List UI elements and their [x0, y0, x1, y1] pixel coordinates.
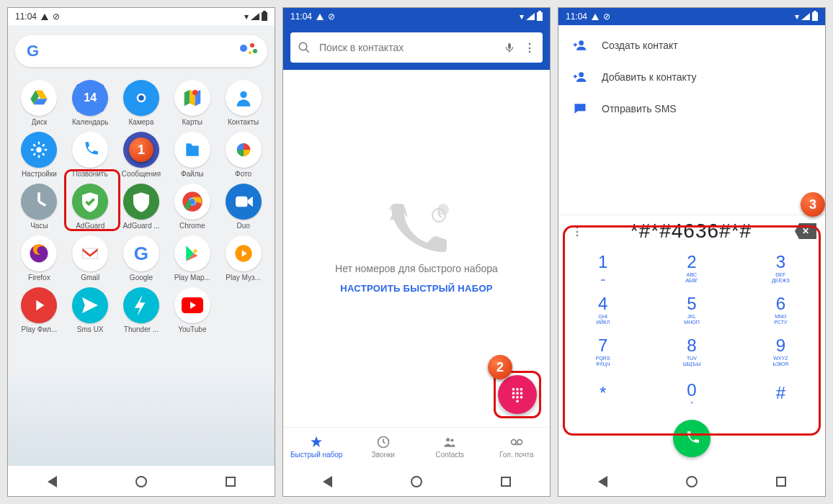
- google-logo: G: [27, 42, 39, 60]
- status-time: 11:04: [290, 12, 312, 22]
- nav-home[interactable]: [686, 476, 698, 487]
- android-navbar: [283, 466, 550, 496]
- bottom-tabs: Быстрый набор Звонки Contacts Гол. почта: [283, 427, 550, 466]
- app-Play Муз...[interactable]: Play Муз...: [219, 235, 267, 282]
- app-Sms UX[interactable]: Sms UX: [66, 287, 115, 333]
- speed-dial-body: Нет номеров для быстрого набора НАСТРОИТ…: [283, 70, 550, 427]
- overflow-icon[interactable]: ⋮: [524, 41, 535, 55]
- app-Настройки[interactable]: Настройки: [15, 132, 63, 178]
- tab-calls[interactable]: Звонки: [350, 428, 417, 466]
- nodist-icon: ⊘: [603, 12, 610, 22]
- app-Камера[interactable]: Камера: [117, 80, 166, 126]
- app-Chrome[interactable]: Chrome: [168, 184, 216, 230]
- app-Часы[interactable]: Часы: [15, 184, 63, 230]
- wifi-icon: ▾: [244, 12, 249, 22]
- app-Play Фил...[interactable]: Play Фил...: [15, 287, 63, 333]
- create-contact[interactable]: Создать контакт: [558, 30, 825, 61]
- nav-home[interactable]: [135, 476, 147, 487]
- status-bar: 11:04⊘ ▾: [283, 8, 550, 25]
- setup-speed-dial-link[interactable]: НАСТРОИТЬ БЫСТРЫЙ НАБОР: [340, 283, 493, 294]
- warn-icon: [41, 14, 48, 20]
- battery-icon: [812, 12, 818, 21]
- search-icon: [298, 41, 311, 54]
- app-AdGuard ...[interactable]: AdGuard ...: [117, 184, 166, 230]
- svg-point-6: [37, 147, 43, 153]
- svg-point-3: [192, 90, 198, 96]
- add-to-contact[interactable]: Добавить к контакту: [558, 61, 825, 93]
- svg-point-4: [240, 91, 246, 98]
- svg-point-43: [446, 438, 450, 441]
- app-Фото[interactable]: Фото: [219, 132, 267, 178]
- empty-title: Нет номеров для быстрого набора: [335, 263, 498, 274]
- status-time: 11:04: [566, 12, 587, 22]
- svg-line-26: [306, 49, 309, 53]
- send-sms[interactable]: Отправить SMS: [558, 93, 825, 125]
- nav-recent[interactable]: [776, 477, 786, 487]
- app-Firefox[interactable]: Firefox: [15, 235, 63, 282]
- contacts-search[interactable]: Поиск в контактах ⋮: [290, 32, 543, 63]
- mic-icon[interactable]: [504, 42, 515, 53]
- svg-rect-17: [236, 197, 248, 207]
- tab-contacts[interactable]: Contacts: [416, 428, 484, 466]
- warn-icon: [592, 14, 599, 20]
- app-YouTube[interactable]: YouTube: [168, 287, 216, 333]
- tab-speed-dial[interactable]: Быстрый набор: [283, 428, 350, 466]
- app-Play Мар...[interactable]: Play Мар...: [168, 235, 216, 282]
- app-Контакты[interactable]: Контакты: [219, 80, 267, 126]
- app-Карты[interactable]: Карты: [168, 80, 216, 126]
- step-badge-2: 2: [488, 355, 512, 379]
- battery-icon: [262, 12, 267, 21]
- phone-dialer-empty: 11:04⊘ ▾ Поиск в контактах ⋮ Нет номеров…: [282, 7, 551, 497]
- app-Gmail[interactable]: Gmail: [66, 235, 115, 282]
- tab-voicemail[interactable]: Гол. почта: [484, 428, 551, 466]
- phone-dialpad-screen: 11:04⊘ ▾ Создать контакт Добавить к конт…: [558, 7, 826, 497]
- app-Календарь[interactable]: 14Календарь: [66, 80, 115, 126]
- nav-back[interactable]: [48, 476, 57, 487]
- nav-back[interactable]: [598, 476, 607, 487]
- svg-rect-27: [508, 43, 511, 49]
- wifi-icon: ▾: [520, 12, 524, 22]
- svg-line-31: [439, 215, 442, 217]
- home-body: G Диск14КалендарьКамераКартыКонтактыНаст…: [8, 25, 275, 466]
- svg-point-49: [579, 72, 584, 77]
- nav-home[interactable]: [411, 476, 422, 487]
- battery-icon: [537, 12, 543, 21]
- signal-icon: [801, 13, 810, 20]
- highlight-dialpad: [563, 225, 821, 436]
- app-Google[interactable]: GGoogle: [117, 235, 166, 282]
- signal-icon: [251, 13, 259, 20]
- android-navbar: [8, 466, 275, 496]
- nodist-icon: ⊘: [53, 12, 60, 22]
- empty-phone-icon: [384, 204, 449, 254]
- google-search-bar[interactable]: G: [15, 35, 267, 67]
- svg-point-2: [138, 95, 144, 101]
- svg-point-25: [299, 42, 307, 50]
- dialer-actions: Создать контакт Добавить к контакту Отпр…: [558, 25, 825, 129]
- svg-point-48: [579, 40, 584, 45]
- step-badge-1: 1: [129, 138, 153, 162]
- nav-recent[interactable]: [226, 477, 236, 487]
- app-grid: Диск14КалендарьКамераКартыКонтактыНастро…: [15, 80, 267, 333]
- warn-icon: [316, 14, 324, 20]
- svg-point-44: [451, 438, 454, 441]
- app-Диск[interactable]: Диск: [15, 80, 63, 126]
- app-Duo[interactable]: Duo: [219, 184, 267, 230]
- wifi-icon: ▾: [795, 12, 799, 22]
- svg-point-45: [511, 440, 516, 445]
- app-Thunder ...[interactable]: Thunder ...: [117, 287, 166, 333]
- search-placeholder: Поиск в контактах: [319, 42, 495, 53]
- android-navbar: [558, 466, 825, 496]
- nav-back[interactable]: [323, 476, 332, 487]
- status-time: 11:04: [15, 12, 37, 22]
- step-badge-3: 3: [801, 192, 825, 217]
- status-bar: 11:04⊘ ▾: [8, 8, 275, 25]
- highlight-phone-app: [64, 169, 120, 231]
- nav-recent[interactable]: [501, 477, 511, 487]
- search-header: Поиск в контактах ⋮: [283, 25, 550, 70]
- nodist-icon: ⊘: [328, 12, 335, 22]
- assistant-icon[interactable]: [240, 43, 256, 59]
- app-Файлы[interactable]: Файлы: [168, 132, 216, 178]
- svg-rect-19: [83, 248, 98, 258]
- svg-point-46: [517, 440, 522, 445]
- phone-home-screen: 11:04⊘ ▾ G Диск14КалендарьКамераКартыКон…: [7, 7, 275, 497]
